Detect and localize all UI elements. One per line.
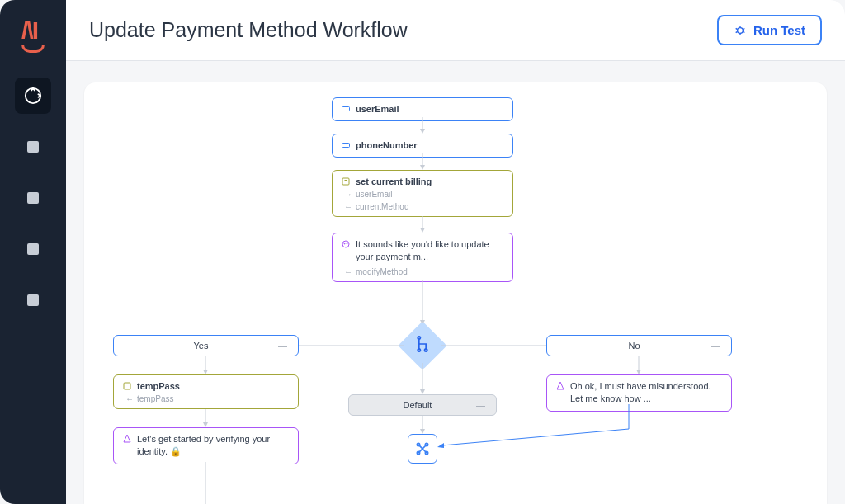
svg-point-0 bbox=[738, 27, 744, 33]
header: Update Payment Method Workflow Run Test bbox=[66, 0, 845, 61]
svg-point-19 bbox=[347, 243, 347, 244]
svg-rect-7 bbox=[342, 107, 350, 111]
input-icon bbox=[341, 140, 351, 150]
message-icon bbox=[341, 239, 351, 249]
nav-item-1[interactable] bbox=[15, 129, 51, 165]
branch-no[interactable]: No — bbox=[546, 335, 732, 356]
function-icon bbox=[341, 177, 351, 186]
svg-point-18 bbox=[344, 243, 345, 244]
branch-yes[interactable]: Yes — bbox=[113, 335, 299, 356]
merge-icon bbox=[414, 440, 431, 457]
canvas[interactable]: userEmail phoneNumber set current bil bbox=[84, 82, 827, 504]
svg-line-2 bbox=[736, 28, 738, 29]
main-panel: Update Payment Method Workflow Run Test … bbox=[66, 0, 845, 504]
node-user-email[interactable]: userEmail bbox=[332, 97, 513, 121]
svg-line-3 bbox=[743, 28, 744, 29]
branch-icon bbox=[414, 336, 431, 352]
svg-point-17 bbox=[342, 241, 349, 247]
svg-rect-10 bbox=[342, 144, 350, 148]
svg-line-4 bbox=[736, 31, 738, 32]
bot-icon bbox=[122, 434, 132, 444]
function-icon bbox=[122, 381, 132, 391]
node-misunderstood[interactable]: Oh ok, I must have misunderstood. Let me… bbox=[546, 374, 732, 412]
nav-item-4[interactable] bbox=[15, 282, 51, 318]
logo: /\I bbox=[21, 15, 45, 53]
bug-icon bbox=[734, 24, 747, 37]
svg-line-5 bbox=[743, 31, 744, 32]
node-temp-pass[interactable]: tempPass ←tempPass bbox=[113, 374, 299, 409]
bot-icon bbox=[555, 381, 565, 391]
collapse-icon[interactable]: — bbox=[476, 400, 486, 410]
page-title: Update Payment Method Workflow bbox=[89, 18, 408, 42]
input-icon bbox=[341, 104, 351, 114]
node-prompt[interactable]: It sounds like you'd like to update your… bbox=[332, 233, 513, 282]
svg-rect-13 bbox=[342, 178, 349, 185]
node-phone-number[interactable]: phoneNumber bbox=[332, 134, 513, 158]
nav-item-2[interactable] bbox=[15, 180, 51, 216]
svg-marker-39 bbox=[437, 443, 444, 448]
collapse-icon[interactable]: — bbox=[711, 341, 721, 351]
decision-diamond[interactable] bbox=[398, 321, 446, 370]
branch-default[interactable]: Default — bbox=[348, 394, 497, 416]
node-verify[interactable]: Let's get started by verifying your iden… bbox=[113, 427, 299, 464]
nav-item-3[interactable] bbox=[15, 231, 51, 267]
run-test-button[interactable]: Run Test bbox=[717, 15, 822, 45]
sidebar: /\I bbox=[0, 0, 66, 504]
merge-node[interactable] bbox=[408, 434, 437, 464]
svg-rect-33 bbox=[124, 383, 130, 389]
node-set-billing[interactable]: set current billing →userEmail ←currentM… bbox=[332, 170, 513, 217]
workflow-icon[interactable] bbox=[15, 78, 51, 114]
collapse-icon[interactable]: — bbox=[278, 341, 288, 351]
